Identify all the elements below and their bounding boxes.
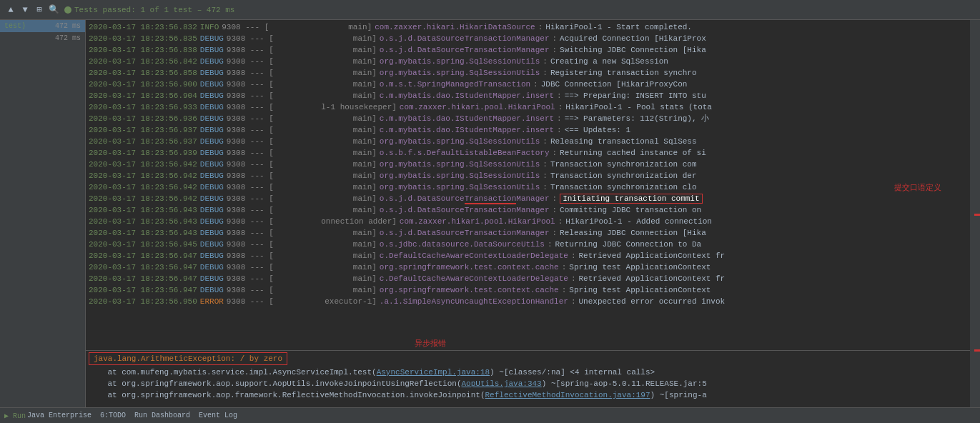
status-indicator	[64, 6, 71, 14]
scroll-down-button[interactable]: ▼	[19, 4, 31, 16]
scrollbar-mark-1	[974, 214, 980, 216]
log-line-22: 2020-03-17 18:23:56.947 DEBUG 9308 --- […	[86, 262, 970, 273]
log-line-25: 2020-03-17 18:23:56.950 ERROR 9308 --- […	[86, 296, 970, 307]
log-line-6: 2020-03-17 18:23:56.900 DEBUG 9308 --- […	[86, 79, 970, 90]
stack-line-1: at com.mufeng.mybatis.service.impl.Async…	[89, 367, 967, 378]
toolbar: ▲ ▼ ⊞ 🔍 Tests passed: 1 of 1 test – 472 …	[0, 0, 980, 20]
log-line-12: 2020-03-17 18:23:56.939 DEBUG 9308 --- […	[86, 147, 970, 159]
log-line-5: 2020-03-17 18:23:56.858 DEBUG 9308 --- […	[86, 67, 970, 79]
todo-item[interactable]: 6:TODO	[100, 412, 126, 419]
content-area: test) 472 ms 472 ms 2020-03-17 18:23:56.…	[0, 20, 980, 407]
status-time: 472 ms	[207, 6, 235, 14]
log-line-15: 2020-03-17 18:23:56.942 DEBUG 9308 --- […	[86, 181, 970, 193]
log-line-4: 2020-03-17 18:23:56.842 DEBUG 9308 --- […	[86, 56, 970, 67]
scrollbar-area[interactable]	[970, 20, 980, 407]
log-line-7: 2020-03-17 18:23:56.904 DEBUG 9308 --- […	[86, 90, 970, 101]
run-dashboard-item[interactable]: Run Dashboard	[134, 412, 190, 419]
log-line-8: 2020-03-17 18:23:56.933 DEBUG 9308 --- […	[86, 101, 970, 113]
scroll-up-button[interactable]: ▲	[4, 4, 17, 16]
log-line-13: 2020-03-17 18:23:56.942 DEBUG 9308 --- […	[86, 159, 970, 170]
highlight-initiating-commit: Initiating transaction commit	[560, 194, 702, 204]
stack-link-1[interactable]: AsyncServiceImpl.java:18	[377, 368, 490, 377]
log-line-21: 2020-03-17 18:23:56.947 DEBUG 9308 --- […	[86, 250, 970, 262]
main-container: ▲ ▼ ⊞ 🔍 Tests passed: 1 of 1 test – 472 …	[0, 0, 980, 423]
log-line-9: 2020-03-17 18:23:56.936 DEBUG 9308 --- […	[86, 113, 970, 124]
search-button[interactable]: 🔍	[47, 4, 60, 16]
status-text: Tests passed: 1 of 1 test	[74, 6, 192, 14]
log-line-24: 2020-03-17 18:23:56.947 DEBUG 9308 --- […	[86, 284, 970, 296]
async-annotation: 异步报错	[415, 338, 446, 349]
log-line-14: 2020-03-17 18:23:56.942 DEBUG 9308 --- […	[86, 170, 970, 181]
run-icon: ▶	[4, 412, 9, 420]
scrollbar-mark-2	[974, 349, 980, 352]
log-line-17: 2020-03-17 18:23:56.943 DEBUG 9308 --- […	[86, 204, 970, 216]
log-line-19: 2020-03-17 18:23:56.943 DEBUG 9308 --- […	[86, 227, 970, 239]
left-panel: test) 472 ms 472 ms	[0, 20, 86, 407]
stack-line-2: at org.springframework.aop.support.AopUt…	[89, 378, 967, 389]
log-line-11: 2020-03-17 18:23:56.937 DEBUG 9308 --- […	[86, 136, 970, 147]
exception-box: java.lang.ArithmeticException: / by zero	[89, 352, 287, 365]
log-line-3: 2020-03-17 18:23:56.838 DEBUG 9308 --- […	[86, 44, 970, 56]
log-line-1: 2020-03-17 18:23:56.832 INFO 9308 --- [ …	[86, 21, 970, 33]
log-line-2: 2020-03-17 18:23:56.835 DEBUG 9308 --- […	[86, 33, 970, 44]
stack-link-2[interactable]: AopUtils.java:343	[462, 379, 542, 388]
status-separator: –	[192, 6, 207, 14]
run-label: Run	[13, 412, 26, 420]
log-line-10: 2020-03-17 18:23:56.937 DEBUG 9308 --- […	[86, 124, 970, 136]
exception-text: java.lang.ArithmeticException: / by zero	[94, 354, 282, 363]
log-scroll-area[interactable]: 2020-03-17 18:23:56.832 INFO 9308 --- [ …	[86, 20, 970, 350]
log-line-18: 2020-03-17 18:23:56.943 DEBUG 9308 --- […	[86, 216, 970, 227]
test-time-2: 472 ms	[55, 34, 81, 42]
expand-button[interactable]: ⊞	[33, 4, 46, 16]
event-log-item[interactable]: Event Log	[199, 412, 237, 419]
run-status-item[interactable]: ▶ Run	[4, 412, 26, 420]
log-panel: 2020-03-17 18:23:56.832 INFO 9308 --- [ …	[86, 20, 970, 407]
exception-section: 异步报错 java.lang.ArithmeticException: / by…	[86, 350, 970, 407]
commit-annotation: 提交口语定义	[894, 181, 941, 193]
log-line-20: 2020-03-17 18:23:56.945 DEBUG 9308 --- […	[86, 239, 970, 250]
test-time-1: 472 ms	[55, 22, 81, 30]
status-bar: ▶ Run Java Enterprise 6:TODO Run Dashboa…	[0, 407, 980, 423]
test-status: Tests passed: 1 of 1 test – 472 ms	[64, 6, 234, 14]
log-line-16-highlighted: 2020-03-17 18:23:56.942 DEBUG 9308 --- […	[86, 193, 970, 204]
stack-link-3[interactable]: ReflectiveMethodInvocation.java:197	[485, 391, 650, 399]
log-line-23: 2020-03-17 18:23:56.947 DEBUG 9308 --- […	[86, 273, 970, 284]
stack-line-3: at org.springframework.aop.framework.Ref…	[89, 389, 967, 401]
test-item-1[interactable]: test) 472 ms	[0, 20, 85, 32]
test-item-2[interactable]: 472 ms	[0, 32, 85, 44]
java-enterprise-item[interactable]: Java Enterprise	[27, 412, 91, 419]
test-name-1: test)	[4, 22, 26, 30]
